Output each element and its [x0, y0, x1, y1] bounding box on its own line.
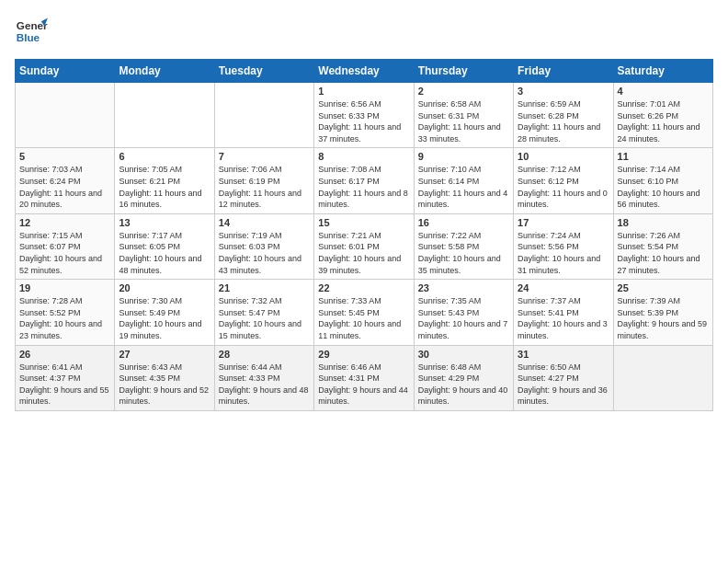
day-info: Sunrise: 7:08 AM Sunset: 6:17 PM Dayligh… [318, 164, 409, 210]
weekday-header-monday: Monday [115, 60, 214, 83]
day-info: Sunrise: 7:06 AM Sunset: 6:19 PM Dayligh… [219, 164, 310, 210]
day-number: 19 [19, 282, 110, 293]
day-info: Sunrise: 7:30 AM Sunset: 5:49 PM Dayligh… [119, 295, 210, 341]
weekday-header-saturday: Saturday [613, 60, 712, 83]
day-number: 13 [119, 217, 210, 228]
calendar-cell: 12Sunrise: 7:15 AM Sunset: 6:07 PM Dayli… [16, 213, 115, 279]
calendar-cell: 31Sunrise: 6:50 AM Sunset: 4:27 PM Dayli… [514, 345, 613, 410]
page-header: General Blue [15, 15, 713, 48]
day-number: 31 [518, 349, 609, 360]
calendar-cell: 5Sunrise: 7:03 AM Sunset: 6:24 PM Daylig… [16, 148, 115, 213]
day-number: 24 [518, 282, 609, 293]
day-info: Sunrise: 7:28 AM Sunset: 5:52 PM Dayligh… [19, 295, 110, 341]
calendar-cell: 11Sunrise: 7:14 AM Sunset: 6:10 PM Dayli… [613, 148, 712, 213]
day-info: Sunrise: 6:41 AM Sunset: 4:37 PM Dayligh… [19, 362, 110, 408]
day-info: Sunrise: 6:56 AM Sunset: 6:33 PM Dayligh… [318, 98, 409, 144]
day-info: Sunrise: 6:59 AM Sunset: 6:28 PM Dayligh… [518, 98, 609, 144]
day-number: 22 [318, 282, 409, 293]
day-number: 20 [119, 282, 210, 293]
calendar-cell [214, 83, 313, 148]
day-number: 12 [19, 217, 110, 228]
weekday-header-friday: Friday [514, 60, 613, 83]
day-info: Sunrise: 6:44 AM Sunset: 4:33 PM Dayligh… [219, 362, 310, 408]
calendar-cell: 8Sunrise: 7:08 AM Sunset: 6:17 PM Daylig… [314, 148, 414, 213]
day-info: Sunrise: 6:48 AM Sunset: 4:29 PM Dayligh… [418, 362, 509, 408]
logo: General Blue [15, 15, 48, 48]
day-number: 3 [518, 86, 609, 97]
calendar-cell: 15Sunrise: 7:21 AM Sunset: 6:01 PM Dayli… [314, 213, 414, 279]
day-number: 15 [318, 217, 409, 228]
day-info: Sunrise: 7:15 AM Sunset: 6:07 PM Dayligh… [19, 230, 110, 276]
calendar-cell: 20Sunrise: 7:30 AM Sunset: 5:49 PM Dayli… [115, 280, 214, 345]
day-info: Sunrise: 7:39 AM Sunset: 5:39 PM Dayligh… [618, 295, 709, 341]
calendar-cell: 28Sunrise: 6:44 AM Sunset: 4:33 PM Dayli… [214, 345, 313, 410]
calendar-cell: 7Sunrise: 7:06 AM Sunset: 6:19 PM Daylig… [214, 148, 313, 213]
day-number: 26 [19, 349, 110, 360]
calendar-cell: 23Sunrise: 7:35 AM Sunset: 5:43 PM Dayli… [414, 280, 513, 345]
day-info: Sunrise: 7:24 AM Sunset: 5:56 PM Dayligh… [518, 230, 609, 276]
calendar-cell: 17Sunrise: 7:24 AM Sunset: 5:56 PM Dayli… [514, 213, 613, 279]
calendar-cell [613, 345, 712, 410]
day-number: 7 [219, 151, 310, 162]
calendar-cell: 22Sunrise: 7:33 AM Sunset: 5:45 PM Dayli… [314, 280, 414, 345]
day-number: 25 [618, 282, 709, 293]
day-info: Sunrise: 7:33 AM Sunset: 5:45 PM Dayligh… [318, 295, 409, 341]
calendar-cell: 24Sunrise: 7:37 AM Sunset: 5:41 PM Dayli… [514, 280, 613, 345]
day-number: 27 [119, 349, 210, 360]
day-info: Sunrise: 7:10 AM Sunset: 6:14 PM Dayligh… [418, 164, 509, 210]
calendar-cell: 29Sunrise: 6:46 AM Sunset: 4:31 PM Dayli… [314, 345, 414, 410]
day-info: Sunrise: 7:37 AM Sunset: 5:41 PM Dayligh… [518, 295, 609, 341]
day-info: Sunrise: 7:12 AM Sunset: 6:12 PM Dayligh… [518, 164, 609, 210]
day-number: 1 [318, 86, 409, 97]
day-info: Sunrise: 6:43 AM Sunset: 4:35 PM Dayligh… [119, 362, 210, 408]
calendar-cell: 3Sunrise: 6:59 AM Sunset: 6:28 PM Daylig… [514, 83, 613, 148]
day-info: Sunrise: 7:05 AM Sunset: 6:21 PM Dayligh… [119, 164, 210, 210]
calendar-cell: 4Sunrise: 7:01 AM Sunset: 6:26 PM Daylig… [613, 83, 712, 148]
calendar-cell: 18Sunrise: 7:26 AM Sunset: 5:54 PM Dayli… [613, 213, 712, 279]
day-info: Sunrise: 7:22 AM Sunset: 5:58 PM Dayligh… [418, 230, 509, 276]
week-row-2: 5Sunrise: 7:03 AM Sunset: 6:24 PM Daylig… [16, 148, 713, 213]
calendar-cell [16, 83, 115, 148]
day-number: 28 [219, 349, 310, 360]
day-number: 10 [518, 151, 609, 162]
day-info: Sunrise: 7:14 AM Sunset: 6:10 PM Dayligh… [618, 164, 709, 210]
day-number: 14 [219, 217, 310, 228]
logo-icon: General Blue [15, 15, 48, 48]
day-number: 30 [418, 349, 509, 360]
weekday-header-thursday: Thursday [414, 60, 513, 83]
calendar-cell: 14Sunrise: 7:19 AM Sunset: 6:03 PM Dayli… [214, 213, 313, 279]
day-number: 4 [618, 86, 709, 97]
weekday-header-row: SundayMondayTuesdayWednesdayThursdayFrid… [16, 60, 713, 83]
calendar-cell: 10Sunrise: 7:12 AM Sunset: 6:12 PM Dayli… [514, 148, 613, 213]
day-info: Sunrise: 6:50 AM Sunset: 4:27 PM Dayligh… [518, 362, 609, 408]
calendar-cell: 6Sunrise: 7:05 AM Sunset: 6:21 PM Daylig… [115, 148, 214, 213]
calendar-cell: 27Sunrise: 6:43 AM Sunset: 4:35 PM Dayli… [115, 345, 214, 410]
weekday-header-tuesday: Tuesday [214, 60, 313, 83]
day-info: Sunrise: 7:26 AM Sunset: 5:54 PM Dayligh… [618, 230, 709, 276]
day-info: Sunrise: 7:21 AM Sunset: 6:01 PM Dayligh… [318, 230, 409, 276]
week-row-5: 26Sunrise: 6:41 AM Sunset: 4:37 PM Dayli… [16, 345, 713, 410]
day-number: 2 [418, 86, 509, 97]
day-number: 18 [618, 217, 709, 228]
calendar-cell: 13Sunrise: 7:17 AM Sunset: 6:05 PM Dayli… [115, 213, 214, 279]
week-row-4: 19Sunrise: 7:28 AM Sunset: 5:52 PM Dayli… [16, 280, 713, 345]
day-info: Sunrise: 6:46 AM Sunset: 4:31 PM Dayligh… [318, 362, 409, 408]
day-info: Sunrise: 7:32 AM Sunset: 5:47 PM Dayligh… [219, 295, 310, 341]
day-info: Sunrise: 7:01 AM Sunset: 6:26 PM Dayligh… [618, 98, 709, 144]
day-info: Sunrise: 6:58 AM Sunset: 6:31 PM Dayligh… [418, 98, 509, 144]
day-number: 9 [418, 151, 509, 162]
calendar-cell: 25Sunrise: 7:39 AM Sunset: 5:39 PM Dayli… [613, 280, 712, 345]
day-info: Sunrise: 7:35 AM Sunset: 5:43 PM Dayligh… [418, 295, 509, 341]
day-info: Sunrise: 7:03 AM Sunset: 6:24 PM Dayligh… [19, 164, 110, 210]
calendar-cell: 1Sunrise: 6:56 AM Sunset: 6:33 PM Daylig… [314, 83, 414, 148]
calendar-cell: 19Sunrise: 7:28 AM Sunset: 5:52 PM Dayli… [16, 280, 115, 345]
svg-text:Blue: Blue [17, 31, 40, 43]
calendar-cell: 21Sunrise: 7:32 AM Sunset: 5:47 PM Dayli… [214, 280, 313, 345]
calendar-cell: 16Sunrise: 7:22 AM Sunset: 5:58 PM Dayli… [414, 213, 513, 279]
day-number: 11 [618, 151, 709, 162]
calendar-cell: 2Sunrise: 6:58 AM Sunset: 6:31 PM Daylig… [414, 83, 513, 148]
day-number: 21 [219, 282, 310, 293]
day-number: 16 [418, 217, 509, 228]
calendar-cell: 9Sunrise: 7:10 AM Sunset: 6:14 PM Daylig… [414, 148, 513, 213]
day-number: 29 [318, 349, 409, 360]
